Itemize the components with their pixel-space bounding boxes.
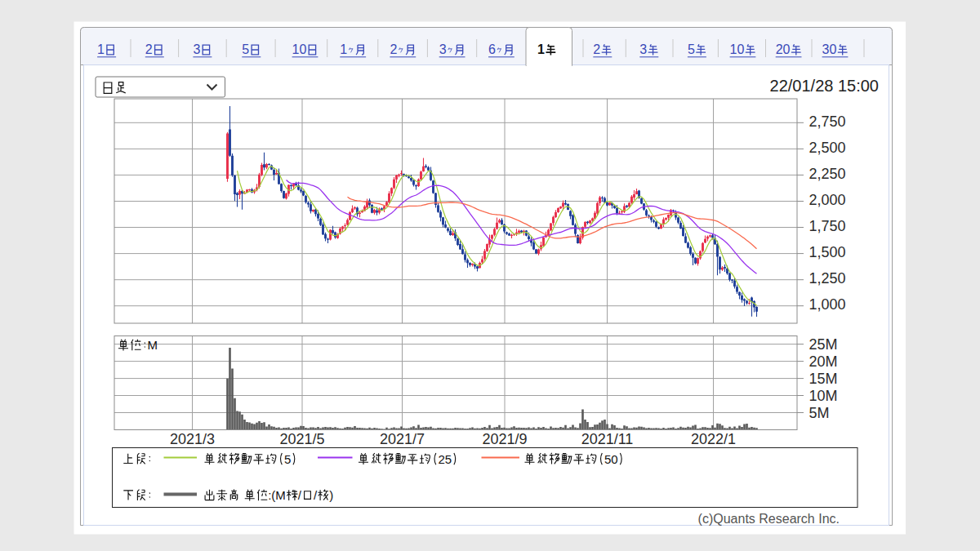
svg-text:2021/7: 2021/7 [380,431,425,447]
svg-text:20M: 20M [809,353,838,370]
svg-text:2,250: 2,250 [809,166,846,182]
svg-text:30: 30 [822,42,837,56]
svg-text:5: 5 [688,42,695,56]
svg-text:2: 2 [593,42,600,56]
svg-text:2021/5: 2021/5 [279,431,324,447]
svg-text:5: 5 [284,452,291,466]
svg-text:15M: 15M [809,371,838,387]
svg-text:3: 3 [639,42,647,56]
svg-text:2: 2 [145,42,153,56]
svg-text:2021/3: 2021/3 [170,431,215,447]
svg-text:): ) [329,488,333,502]
svg-text:2,500: 2,500 [809,140,846,156]
svg-text:2: 2 [390,42,397,56]
svg-text:25: 25 [439,452,452,466]
svg-text:M: M [148,338,158,352]
svg-text:(c)Quants Research Inc.: (c)Quants Research Inc. [698,512,840,526]
svg-text:1: 1 [97,42,105,56]
svg-text:3: 3 [439,42,447,56]
svg-text:2021/11: 2021/11 [581,431,634,447]
svg-text:50: 50 [604,452,618,466]
svg-text:1: 1 [537,42,545,56]
svg-text:1: 1 [340,42,347,56]
svg-text:1,250: 1,250 [809,270,846,287]
svg-text:10: 10 [730,42,745,56]
svg-text:1,000: 1,000 [809,296,846,313]
svg-text:20: 20 [776,42,791,56]
svg-text:5: 5 [242,42,249,56]
svg-text:10M: 10M [809,388,838,404]
svg-text:2,750: 2,750 [809,113,846,130]
svg-text:3: 3 [193,42,200,56]
svg-text:25M: 25M [809,336,838,353]
svg-text:2021/9: 2021/9 [482,431,527,447]
svg-text:2022/1: 2022/1 [691,431,736,447]
svg-text:10: 10 [292,42,307,56]
svg-text:5M: 5M [809,405,830,421]
svg-text:6: 6 [488,42,496,56]
svg-text:1,500: 1,500 [809,244,846,260]
svg-text::(M: :(M [268,488,286,502]
svg-text:2,000: 2,000 [809,192,846,208]
svg-text:1,750: 1,750 [809,218,846,234]
svg-text:22/01/28 15:00: 22/01/28 15:00 [770,77,879,95]
